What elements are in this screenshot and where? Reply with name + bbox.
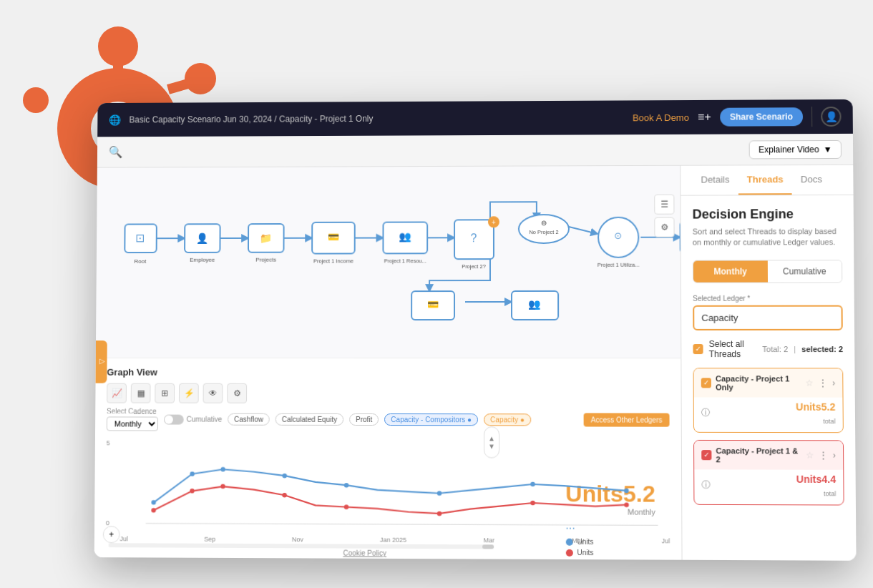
flow-tool-layout[interactable]: ☰ [654, 195, 674, 215]
monthly-cumulative-toggle: Monthly Cumulative [693, 260, 842, 283]
thread-1-checkbox[interactable]: ✓ [701, 378, 711, 388]
svg-point-64 [282, 493, 286, 498]
access-ledger-button[interactable]: Access Other Ledgers [584, 413, 670, 426]
thread-card-1[interactable]: ✓ Capacity - Project 1 Only ☆ ⋮ › ⓘ Unit… [693, 368, 844, 433]
svg-text:Project 1 Utiliza...: Project 1 Utiliza... [598, 262, 640, 268]
tab-docs[interactable]: Docs [792, 165, 831, 195]
panel-subtitle: Sort and select Threads to display based… [693, 226, 842, 248]
x-label-nov: Nov [292, 536, 303, 543]
profit-tab[interactable]: Profit [349, 413, 379, 426]
thread-2-total-label: total [824, 490, 836, 497]
svg-text:No Project 2: No Project 2 [529, 229, 558, 235]
svg-text:Root: Root [135, 258, 147, 265]
svg-point-67 [530, 501, 535, 506]
thread-1-star-icon[interactable]: ☆ [806, 378, 814, 388]
add-node-btn[interactable]: + [103, 526, 120, 543]
thread-card-2[interactable]: ✓ Capacity - Project 1 & 2 ☆ ⋮ › ⓘ Units… [693, 440, 844, 506]
cumulative-toggle[interactable]: Cumulative [164, 414, 222, 424]
monthly-button[interactable]: Monthly [693, 260, 768, 282]
cumulative-button[interactable]: Cumulative [767, 260, 842, 282]
search-button[interactable]: 🔍 [109, 145, 123, 159]
svg-text:👥: 👥 [528, 298, 541, 310]
svg-text:Projects: Projects [255, 257, 276, 263]
table-icon[interactable]: ⊞ [155, 383, 175, 403]
thread-2-info-icon[interactable]: ⓘ [701, 479, 710, 491]
toggle-track[interactable] [164, 414, 184, 424]
flow-tool-settings[interactable]: ⚙ [654, 217, 674, 237]
svg-text:Project 1 Resou...: Project 1 Resou... [384, 258, 426, 264]
flow-diagram: ⊡ Root 👤 Employee 📁 Projects 💳 Project 1… [110, 180, 681, 338]
thread-1-value-container: Units5.2 total [796, 400, 836, 426]
user-avatar[interactable]: 👤 [821, 107, 841, 127]
share-scenario-button[interactable]: Share Scenario [720, 107, 803, 126]
thread-2-star-icon[interactable]: ☆ [806, 450, 814, 460]
scroll-thumb[interactable] [482, 544, 494, 549]
cadence-select[interactable]: Monthly [107, 416, 158, 431]
thread-1-chevron-icon[interactable]: › [832, 378, 835, 388]
divider [811, 107, 812, 127]
graph-controls: Select Cadence Monthly Cumulative Cashfl… [107, 407, 670, 431]
flow-toolbar: ☰ ⚙ [654, 195, 674, 237]
chart-svg [120, 436, 682, 531]
edge-tab-label: ◁ [97, 358, 105, 366]
svg-text:👤: 👤 [196, 232, 209, 245]
chart-line-icon[interactable]: 📈 [107, 383, 127, 403]
cadence-section: Select Cadence Monthly [107, 407, 158, 431]
scroll-indicator[interactable]: ▲▼ [484, 426, 499, 458]
tab-details[interactable]: Details [692, 165, 738, 195]
svg-line-7 [61, 113, 86, 118]
scroll-track[interactable] [109, 543, 494, 549]
filter-icon[interactable]: ⚡ [179, 383, 199, 403]
select-all-checkbox[interactable]: ✓ [693, 344, 703, 354]
select-threads-row: ✓ Select all Threads Total: 2 | selected… [693, 339, 843, 359]
main-content: ⊡ Root 👤 Employee 📁 Projects 💳 Project 1… [94, 165, 857, 561]
thread-1-name: Capacity - Project 1 Only [716, 374, 801, 391]
svg-point-53 [151, 500, 155, 505]
chart-bar-icon[interactable]: ▦ [131, 383, 151, 403]
thread-1-more-icon[interactable]: ⋮ [818, 377, 828, 388]
svg-text:👥: 👥 [399, 230, 412, 242]
chart-section: Units5.2 Monthly ··· Units [106, 436, 670, 531]
thread-card-2-footer: ⓘ Units4.4 total [694, 469, 843, 504]
eye-icon[interactable]: 👁 [203, 383, 223, 403]
thread-2-more-icon[interactable]: ⋮ [818, 449, 828, 461]
settings-icon[interactable]: ⚙ [227, 383, 247, 403]
panel-content: Decision Engine Sort and select Threads … [681, 195, 856, 561]
book-demo-button[interactable]: Book A Demo [633, 112, 689, 122]
thread-2-value: Units4.4 [796, 474, 837, 485]
thread-2-name: Capacity - Project 1 & 2 [716, 446, 801, 464]
thread-1-info-icon[interactable]: ⓘ [701, 407, 710, 419]
x-label-jul2: Jul [662, 537, 670, 544]
svg-point-62 [190, 489, 194, 494]
svg-point-68 [624, 502, 629, 507]
tab-threads[interactable]: Threads [738, 165, 791, 195]
thread-1-value: Units5.2 [796, 401, 835, 412]
capacity-compositors-tab[interactable]: Capacity - Compositors ● [384, 413, 478, 426]
flow-area: ⊡ Root 👤 Employee 📁 Projects 💳 Project 1… [94, 166, 682, 560]
cumulative-label: Cumulative [187, 416, 223, 423]
svg-point-59 [530, 482, 535, 487]
graph-toolbar: 📈 ▦ ⊞ ⚡ 👁 ⚙ [107, 383, 669, 404]
thread-card-2-header: ✓ Capacity - Project 1 & 2 ☆ ⋮ › [694, 441, 843, 470]
left-edge-tab[interactable]: ◁ [96, 340, 107, 383]
cookie-policy-link[interactable]: Cookie Policy [236, 549, 494, 558]
calculated-equity-tab[interactable]: Calculated Equity [275, 413, 343, 426]
x-label-sep: Sep [204, 536, 215, 543]
svg-text:⊙: ⊙ [615, 230, 623, 241]
svg-point-56 [283, 474, 287, 479]
legend-dot-red [565, 549, 572, 556]
y-axis: 5 0 [106, 436, 110, 529]
thread-1-total-label: total [823, 418, 835, 425]
ledger-input[interactable] [693, 305, 843, 330]
cashflow-tab[interactable]: Cashflow [228, 413, 270, 426]
thread-2-checkbox[interactable]: ✓ [701, 450, 711, 460]
thread-2-chevron-icon[interactable]: › [833, 450, 836, 460]
cadence-label: Select Cadence [107, 407, 158, 415]
capacity-tab[interactable]: Capacity ● [484, 413, 531, 426]
explainer-video-button[interactable]: Explainer Video ▼ [749, 139, 842, 158]
menu-icon[interactable]: ≡+ [698, 111, 711, 124]
chevron-down-icon: ▼ [824, 144, 832, 154]
legend-item-3: Units [565, 549, 655, 557]
svg-point-66 [437, 511, 442, 516]
y-label-5: 5 [107, 439, 110, 446]
